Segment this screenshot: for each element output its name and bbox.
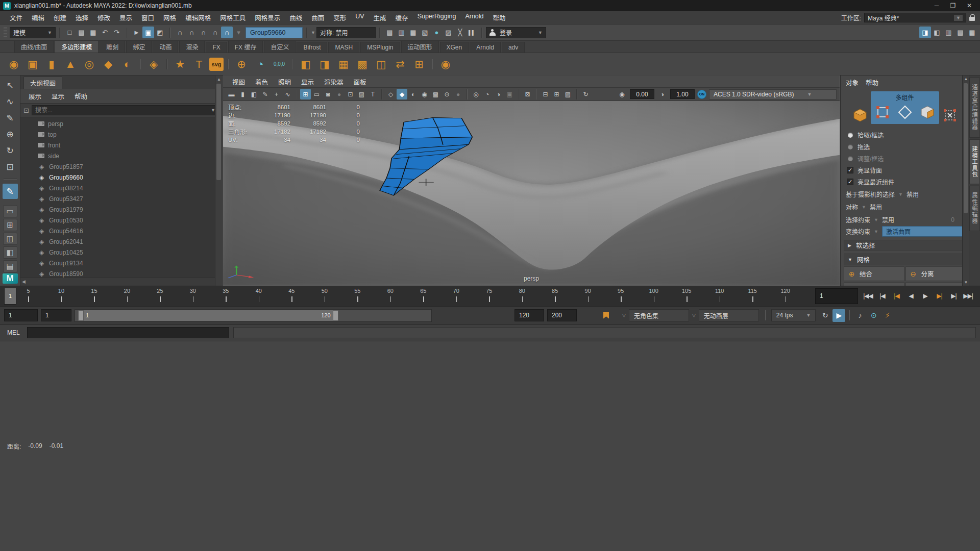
combine-icon[interactable]: ◧: [297, 56, 314, 73]
menu-item[interactable]: 显示: [115, 13, 137, 22]
transfer-attributes-icon[interactable]: ⊞: [410, 56, 428, 73]
viewport-menu-item[interactable]: 视图: [227, 77, 250, 87]
gamma-icon[interactable]: ◑: [657, 89, 668, 99]
isolate-select-icon[interactable]: ◎: [471, 89, 481, 99]
selection-style-radio[interactable]: 拾取/框选: [844, 129, 966, 141]
play-forwards-button[interactable]: ▶: [918, 292, 932, 299]
menu-item[interactable]: 文件: [5, 13, 27, 22]
anim-layer-dropdown[interactable]: 无动画层: [699, 309, 759, 321]
outliner-item[interactable]: ◈Group59660: [20, 172, 222, 183]
outliner-item[interactable]: persp: [20, 118, 222, 129]
wireframe-icon[interactable]: ◇: [385, 89, 396, 99]
toolkit-button[interactable]: ▦平滑: [844, 282, 904, 286]
exposure-icon[interactable]: ◉: [617, 89, 627, 99]
restore-button[interactable]: ❐: [949, 2, 957, 9]
menu-item[interactable]: 缓存: [391, 13, 413, 22]
toggle-tool-settings-icon[interactable]: ▤: [954, 27, 966, 38]
lock-icon[interactable]: [969, 14, 975, 21]
viewport-panel[interactable]: 视图着色照明显示渲染器面板 ▬▮◧✎+∿⊞▭◙●⊡▨T◇◆◐◉▩⊙●◎◔◑▣⊠⊟…: [223, 76, 840, 286]
menu-item[interactable]: UV: [351, 13, 369, 22]
cut-icon[interactable]: ╳: [454, 27, 466, 38]
viewport-menu-item[interactable]: 渲染器: [319, 77, 349, 87]
chevron-down-icon[interactable]: ▽: [622, 313, 626, 318]
search-input[interactable]: [35, 107, 211, 114]
vertex-mode-icon[interactable]: [874, 104, 891, 121]
render-view-icon[interactable]: ▥: [396, 27, 407, 38]
shelf-tab[interactable]: 动画: [153, 40, 178, 53]
shelf-tab[interactable]: 曲线/曲面: [14, 40, 54, 53]
sculpt-star-icon[interactable]: ★: [172, 56, 189, 73]
outliner-scrollbar[interactable]: ▲: [215, 76, 222, 286]
outliner-item[interactable]: ◈Group31979: [20, 204, 222, 215]
shelf-tab[interactable]: FX 缓存: [228, 40, 263, 53]
chevron-down-icon[interactable]: ▽: [692, 313, 696, 318]
menu-item[interactable]: 创建: [49, 13, 71, 22]
toggle-channel-box-icon[interactable]: ▦: [966, 27, 978, 38]
constraint-value[interactable]: 禁用: [870, 203, 882, 211]
textured-icon[interactable]: ◐: [408, 89, 419, 99]
poly-cube-icon[interactable]: ▣: [24, 56, 41, 73]
reset-transform-icon[interactable]: 0,0,0: [271, 56, 288, 73]
scrollbar-thumb[interactable]: [216, 84, 221, 180]
character-set-dropdown[interactable]: 无角色集: [629, 309, 689, 321]
chevron-down-icon[interactable]: ▼: [954, 15, 963, 21]
grid-toggle-icon[interactable]: ⊞: [300, 89, 311, 99]
lasso-tool-icon[interactable]: ∿: [3, 94, 18, 109]
cached-playback-icon[interactable]: ⊙: [867, 309, 880, 322]
menu-item[interactable]: 曲线: [285, 13, 307, 22]
go-to-start-button[interactable]: |◀◀: [861, 292, 875, 299]
manip-icon[interactable]: +: [271, 89, 282, 99]
toolkit-scrollbar[interactable]: ▲ ▼: [962, 76, 969, 286]
film-gate-icon[interactable]: ▭: [311, 89, 322, 99]
command-input[interactable]: [27, 327, 229, 338]
curve-edit-icon[interactable]: ∿: [282, 89, 293, 99]
redo-icon[interactable]: ↷: [111, 27, 122, 38]
face-mode-icon[interactable]: [919, 104, 936, 121]
render-sequence-icon[interactable]: ▨: [443, 27, 454, 38]
step-forward-frame-button[interactable]: ▶|: [947, 292, 961, 299]
outliner-item[interactable]: top: [20, 129, 222, 140]
snap-to-plane-icon[interactable]: ∩: [209, 27, 221, 38]
open-scene-icon[interactable]: ▤: [76, 27, 87, 38]
range-slider-track[interactable]: 1 120: [75, 309, 432, 322]
dock-tab[interactable]: 建模工具包: [969, 139, 980, 185]
select-by-object-icon[interactable]: ▣: [142, 27, 154, 38]
shelf-tab[interactable]: 绑定: [126, 40, 152, 53]
toolkit-menu-item[interactable]: 对象: [845, 78, 864, 87]
resolution-gate-icon[interactable]: ◙: [323, 89, 333, 99]
construction-aim-icon[interactable]: ⊕: [233, 56, 250, 73]
gate-mask-icon[interactable]: ●: [334, 89, 345, 99]
shelf-tab[interactable]: adv: [502, 42, 525, 53]
hud-toggle-icon[interactable]: T: [368, 89, 378, 99]
symmetry-dropdown[interactable]: 对称: 禁用: [316, 27, 376, 38]
menu-item[interactable]: 变形: [329, 13, 351, 22]
scroll-down-icon[interactable]: ▼: [963, 279, 969, 286]
poly-disc-icon[interactable]: ◐: [118, 56, 136, 73]
fps-dropdown[interactable]: 24 fps ▼: [771, 309, 816, 321]
outliner-menu-item[interactable]: 展示: [24, 91, 45, 102]
outliner-item[interactable]: ◈Group51857: [20, 161, 222, 172]
workspace-dropdown[interactable]: Maya 经典* ▼: [864, 13, 966, 22]
checkbox-checked-icon[interactable]: ✓: [847, 167, 853, 173]
loop-playback-icon[interactable]: ↻: [819, 309, 831, 322]
render-current-frame-icon[interactable]: ▦: [407, 27, 419, 38]
play-backwards-button[interactable]: ◀: [904, 292, 918, 299]
shelf-tab[interactable]: 运动图形: [401, 40, 439, 53]
camera-lock-icon[interactable]: ▬: [226, 89, 237, 99]
shelf-tab[interactable]: 渲染: [179, 40, 205, 53]
scroll-up-icon[interactable]: ▲: [215, 76, 223, 83]
shelf-tab[interactable]: MSPlugin: [360, 42, 400, 53]
exposure-field[interactable]: 0.00: [630, 89, 654, 99]
current-frame-field[interactable]: 1: [815, 288, 858, 304]
evaluation-mode-icon[interactable]: ⚡: [881, 309, 894, 322]
ipr-render-icon[interactable]: ▧: [419, 27, 431, 38]
outliner-item[interactable]: ◈Group54616: [20, 226, 222, 236]
snap-options-caret-icon[interactable]: ▾: [233, 27, 244, 38]
refresh-icon[interactable]: ↻: [580, 89, 591, 99]
selection-style-radio[interactable]: 调整/框选: [844, 153, 966, 164]
toolkit-menu-item[interactable]: 帮助: [865, 78, 884, 87]
sel-highlight-icon[interactable]: ▣: [504, 89, 515, 99]
menu-set-dropdown[interactable]: 建模 ▼: [10, 27, 56, 38]
marquee-select-icon[interactable]: ⊠: [522, 89, 533, 99]
menu-item[interactable]: 编辑网格: [181, 13, 215, 22]
